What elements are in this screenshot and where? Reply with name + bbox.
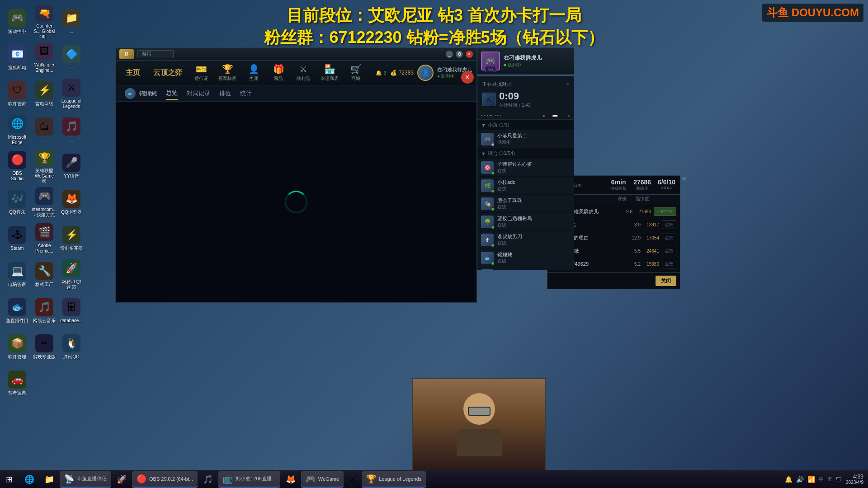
stat-time-label: 游戏时长 (610, 186, 627, 192)
stat-score-label: 熟练度 (633, 186, 651, 192)
col-header-proficiency: 熟练度 (627, 196, 649, 202)
list-item[interactable]: 🎭 怎么了珠珠 在线 (477, 195, 574, 213)
list-item[interactable]: 🎮 小落只是第二 游戏中 (477, 130, 574, 148)
settings-button[interactable]: ⚙ (456, 51, 463, 58)
friend-item-info-2: 子弹穿过右心脏 在线 (497, 161, 570, 174)
player-action-2[interactable]: 点赞 (662, 221, 676, 229)
desktop-icon-label-20: 雷电多开器 (60, 246, 83, 251)
subnav-history[interactable]: 对局记录 (187, 88, 210, 99)
desktop-icon-14[interactable]: 🎤YY语音 (58, 148, 85, 184)
close-button[interactable]: × (466, 51, 473, 58)
friends-group-header-2[interactable]: ▼ 综合 (10/54) (477, 148, 574, 159)
desktop-icon-24[interactable]: 🐟鱼直播件目 (4, 293, 31, 329)
match-panel-close[interactable]: × (682, 175, 686, 183)
desktop-icon-27[interactable]: 📦软件管理 (4, 329, 31, 365)
player-action-4[interactable]: 点赞 (662, 247, 676, 255)
desktop-icon-label-13: 英雄联盟 WeGame版 (33, 168, 56, 183)
desktop-icon-22[interactable]: 🔧格式工厂 (31, 257, 58, 293)
desktop-icon-12[interactable]: 🔴OBS Studio (4, 148, 31, 184)
taskbar-app-browser[interactable]: 🦊 (281, 471, 300, 488)
profile-avatar[interactable]: 👤 (417, 65, 434, 81)
desktop-icon-label-15: QQ音乐 (9, 210, 25, 215)
match-score-label: /zm (574, 183, 581, 188)
queue-close-button[interactable]: × (566, 81, 569, 88)
desktop-icon-8[interactable]: ⚔League of Legends (58, 76, 85, 112)
desktop-icon-26[interactable]: 🗄database... (58, 293, 85, 329)
notification-icon[interactable]: 🔔 (785, 476, 793, 483)
language-indicator[interactable]: 中 (819, 476, 824, 483)
desktop-icon-17[interactable]: 🦊QQ浏览器 (58, 184, 85, 221)
queue-finder: 正在寻找对局 × ⚔ 0:09 估计时间：1:42 (477, 76, 574, 115)
desktop-icon-11[interactable]: 🎵... (58, 112, 85, 148)
collection-label: 藏品 (274, 75, 283, 82)
list-item[interactable]: 🎮 KKEC🎮 游戏中 (477, 267, 574, 270)
desktop-icon-13[interactable]: 🏆英雄联盟 WeGame版 (31, 148, 58, 184)
volume-icon[interactable]: 🔊 (796, 476, 804, 483)
taskbar-app-wegame[interactable]: 🎮 WeGame (301, 471, 344, 488)
taskbar-app-explorer[interactable]: 📁 (40, 471, 59, 488)
desktop-icon-10[interactable]: 🗂... (31, 112, 58, 148)
desktop-icon-label-9: Microsoft Edge (5, 135, 29, 145)
player-rating-1: 27686 (635, 209, 651, 214)
desktop-icon-19[interactable]: 🎬Adobe Premie... (31, 221, 58, 257)
nav-home[interactable]: 主页 (120, 65, 146, 81)
lol-search-input[interactable] (137, 50, 174, 58)
subnav-stats[interactable]: 统计 (240, 88, 252, 99)
desktop-icon-23[interactable]: 🚀网易UU加速 器 (58, 257, 85, 293)
nav-loot[interactable]: ⚔ 战利品 (292, 62, 315, 84)
subnav-rank[interactable]: 排位 (219, 88, 231, 99)
desktop-icon-21[interactable]: 💻电脑管家 (4, 257, 31, 293)
input-method[interactable]: 王 (827, 476, 832, 483)
douyu-app-label: 斗鱼直播伴侣 (77, 475, 107, 482)
player-action-5[interactable]: 点赞 (662, 260, 676, 268)
desktop-icon-15[interactable]: 🎶QQ音乐 (4, 184, 31, 221)
lol-titlebar: D _ ⚙ × (116, 48, 476, 61)
nav-tournament[interactable]: 🏆 冠军杯赛 (215, 62, 240, 84)
desktop-icon-30[interactable]: 🐧腾讯QQ (58, 329, 85, 365)
taskbar-app-lol-icon[interactable]: ⚔ (344, 471, 361, 488)
friend-item-info-4: 怎么了珠珠 在线 (497, 197, 570, 210)
player-action-3[interactable]: 点赞 (662, 234, 676, 242)
notification-count[interactable]: 🔔 9 (376, 70, 386, 76)
nav-collection[interactable]: 🎁 藏品 (267, 62, 290, 84)
desktop-icon-7[interactable]: ⚡雷电网络 (31, 76, 58, 112)
desktop-icon-31[interactable]: 🚗驾考宝典 (4, 365, 31, 401)
antivirus-icon[interactable]: 🛡 (836, 476, 842, 483)
nav-career[interactable]: 👤 生涯 (242, 62, 265, 84)
list-item[interactable]: 🌳 蓝按已遇槐树鸟 在线 (477, 213, 574, 231)
taskbar-app-music[interactable]: 🎵 (198, 471, 217, 488)
nav-lucky-shop[interactable]: 🏪 幸运商店 (317, 62, 342, 84)
desktop-icon-25[interactable]: 🎵网易云音乐 (31, 293, 58, 329)
player-action-1[interactable]: 一键全赞 (654, 207, 676, 216)
match-close-button[interactable]: 关闭 (656, 276, 676, 286)
taskbar-app-uu[interactable]: 🚀 (112, 471, 131, 488)
list-item[interactable]: 🗡 谁叔放男刀 在线 (477, 231, 574, 249)
desktop-icon-28[interactable]: ✂剪映专业版 (31, 329, 58, 365)
taskbar-app-lol[interactable]: 🏆 League of Legends (362, 471, 426, 488)
close-overlay-button[interactable]: × (461, 71, 474, 84)
nav-shop[interactable]: 🛒 商城 (344, 62, 367, 84)
minimize-button[interactable]: _ (446, 51, 453, 58)
list-item[interactable]: 🐟 锦鲤鲀 在线 (477, 249, 574, 267)
network-icon[interactable]: 📶 (807, 476, 815, 483)
taskbar-app-edge[interactable]: 🌐 (20, 471, 39, 488)
desktop-icon-20[interactable]: ⚡雷电多开器 (58, 221, 85, 257)
taskbar-app-obs[interactable]: 🔴 OBS 29.0.2 (64-bi... (132, 471, 198, 488)
taskbar-app-stream[interactable]: 📺 刘小准1208直播... (218, 471, 280, 488)
nav-tft[interactable]: 云顶之弈 (148, 65, 188, 81)
taskbar-date-display: 2023/4/9 (846, 480, 863, 485)
desktop-icon-18[interactable]: 🕹Steam (4, 221, 31, 257)
desktop-icon-6[interactable]: 🛡软件管家 (4, 76, 31, 112)
taskbar-start-button[interactable]: ⊞ (0, 470, 18, 488)
desktop-icon-9[interactable]: 🌐Microsoft Edge (4, 112, 31, 148)
list-item[interactable]: 🎯 子弹穿过右心脏 在线 (477, 159, 574, 177)
desktop-icon-16[interactable]: 🎮steamcom... - 快建方式 (31, 184, 58, 221)
subnav-overview[interactable]: 总览 (166, 87, 178, 100)
friends-group-header-1[interactable]: ▼ 小落 (1/1) (477, 120, 574, 130)
desktop-icon-img-25: 🎵 (35, 298, 53, 316)
friend-item-info-3: 小枝adc 在线 (497, 179, 570, 192)
collection-icon: 🎁 (273, 64, 284, 75)
nav-pass[interactable]: 🎫 通行证 (190, 62, 212, 84)
list-item[interactable]: 🌿 小枝adc 在线 (477, 177, 574, 195)
taskbar-app-douyu[interactable]: 📡 斗鱼直播伴侣 (60, 471, 111, 488)
